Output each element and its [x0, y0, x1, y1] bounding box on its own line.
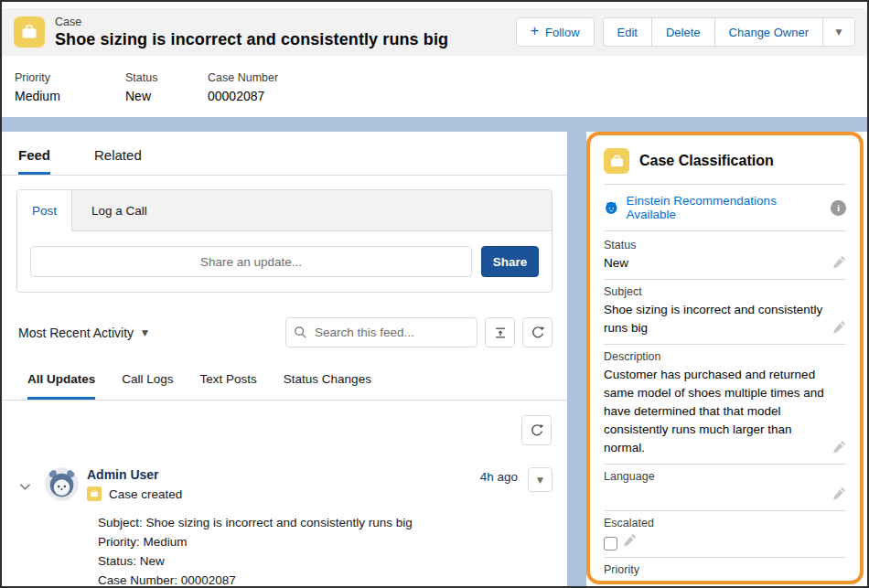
field-value-row: [604, 532, 846, 551]
filter-tab-all-updates[interactable]: All Updates: [27, 372, 95, 400]
follow-button[interactable]: + Follow: [516, 17, 595, 47]
field-label: Priority: [604, 563, 846, 576]
header-titles: Case Shoe sizing is incorrect and consis…: [55, 16, 448, 49]
escalated-checkbox[interactable]: [604, 537, 617, 551]
feed-author-link[interactable]: Admin User: [87, 467, 182, 482]
field-value: Medium: [15, 89, 125, 103]
field-label: Priority: [15, 71, 125, 84]
field-value: New: [604, 254, 827, 273]
panel-field-description: DescriptionCustomer has purchased and re…: [604, 345, 846, 465]
filter-tab-status-changes[interactable]: Status Changes: [284, 372, 371, 400]
search-icon: [294, 326, 307, 343]
page-header: Case Shoe sizing is incorrect and consis…: [2, 8, 867, 56]
feed-timestamp: 4h ago: [480, 470, 518, 484]
field-label: Case Number: [208, 71, 278, 84]
panel-field-status: StatusNew: [604, 233, 846, 280]
header-actions: + Follow EditDeleteChange Owner▼: [516, 17, 855, 47]
chevron-down-icon: ▼: [836, 27, 842, 37]
chevron-down-icon: ▼: [142, 328, 148, 337]
edit-field-button[interactable]: [832, 320, 846, 337]
tabs-divider: [2, 175, 567, 176]
case-mini-icon: [87, 486, 102, 501]
field-label: Status: [604, 239, 846, 251]
refresh-feed-button[interactable]: [522, 317, 553, 347]
share-button[interactable]: Share: [481, 246, 539, 277]
field-value-row: New: [604, 254, 846, 273]
sort-dropdown[interactable]: Most Recent Activity ▼: [18, 326, 148, 340]
refresh-list-button[interactable]: [521, 415, 552, 445]
tab-related[interactable]: Related: [94, 147, 142, 175]
header-field-priority: PriorityMedium: [15, 71, 125, 117]
panel-fields: StatusNewSubjectShoe sizing is incorrect…: [604, 233, 846, 584]
feed-item-menu-button[interactable]: ▼: [528, 467, 553, 492]
case-classification-panel: Case Classification Einstein Recommendat…: [586, 132, 864, 584]
publisher-tab-post[interactable]: Post: [17, 190, 72, 231]
feed-detail-line: Subject: Shoe sizing is incorrect and co…: [98, 513, 553, 532]
panel-title: Case Classification: [639, 153, 774, 169]
case-object-icon: [14, 16, 45, 48]
field-value: 00002087: [208, 89, 278, 103]
edit-pencil-icon: [832, 486, 846, 500]
publisher-tabs: PostLog a Call: [17, 190, 552, 231]
panel-field-priority: PriorityMedium: [604, 558, 846, 584]
background-band: [2, 117, 867, 132]
field-value: [604, 487, 827, 504]
info-icon[interactable]: i: [831, 200, 846, 216]
feed-item-details: Subject: Shoe sizing is incorrect and co…: [98, 513, 553, 586]
search-input[interactable]: [285, 317, 477, 347]
case-page: Case Shoe sizing is incorrect and consis…: [0, 0, 869, 588]
action-button-edit[interactable]: Edit: [603, 17, 651, 47]
collapse-item-chevron-icon[interactable]: [19, 478, 31, 495]
entity-label: Case: [55, 16, 448, 28]
refresh-icon: [530, 423, 544, 438]
field-value-row: Medium: [604, 579, 846, 584]
action-button-delete[interactable]: Delete: [651, 17, 714, 47]
page-title: Shoe sizing is incorrect and consistentl…: [55, 30, 448, 49]
einstein-recommendations-link[interactable]: Einstein Recommendations Available: [627, 194, 824, 221]
refresh-row: [16, 415, 553, 445]
chevron-down-icon: ▼: [537, 476, 543, 485]
field-label: Description: [604, 350, 846, 363]
share-update-input[interactable]: [30, 246, 472, 277]
action-button-group: EditDeleteChange Owner▼: [603, 17, 855, 47]
feed-item-header: Admin User Case created: [87, 467, 182, 501]
field-value-row: [604, 486, 846, 504]
edit-field-button[interactable]: [832, 440, 846, 457]
more-actions-button[interactable]: ▼: [822, 17, 855, 47]
field-value: Customer has purchased and returned same…: [604, 366, 827, 457]
edit-pencil-icon: [832, 440, 846, 454]
edit-field-button[interactable]: [832, 486, 846, 504]
einstein-icon: [604, 200, 619, 216]
feed-controls: Most Recent Activity ▼: [16, 317, 553, 347]
edit-pencil-icon: [832, 320, 846, 334]
header-field-row: PriorityMediumStatusNewCase Number000020…: [2, 56, 867, 117]
edit-pencil-icon: [623, 533, 637, 547]
filter-tab-call-logs[interactable]: Call Logs: [122, 372, 173, 400]
collapse-all-button[interactable]: [485, 317, 515, 347]
edit-field-button[interactable]: [832, 255, 846, 273]
field-label: Escalated: [604, 517, 846, 529]
feed-card: FeedRelated PostLog a Call Share Most Re…: [2, 132, 567, 586]
feed-action-row: Case created: [87, 486, 182, 501]
field-value: New: [125, 89, 208, 103]
panel-header: Case Classification: [604, 145, 846, 184]
feed-detail-line: Status: New: [98, 551, 553, 571]
tab-feed[interactable]: Feed: [18, 147, 50, 175]
avatar[interactable]: [45, 467, 79, 501]
field-label: Subject: [604, 285, 846, 298]
header-field-case-number: Case Number00002087: [208, 71, 278, 117]
field-label: Status: [125, 71, 208, 84]
feed-item-meta: 4h ago ▼: [480, 467, 553, 492]
header-field-status: StatusNew: [125, 71, 208, 117]
feed-detail-line: Priority: Medium: [98, 532, 553, 551]
filter-tab-text-posts[interactable]: Text Posts: [200, 372, 257, 400]
publisher-tab-log-a-call[interactable]: Log a Call: [72, 190, 166, 230]
publisher-body: Share: [17, 231, 552, 292]
background-strip: [567, 117, 586, 586]
edit-field-button[interactable]: [623, 533, 637, 551]
action-button-change-owner[interactable]: Change Owner: [714, 17, 822, 47]
edit-field-button[interactable]: [832, 580, 846, 584]
panel-field-language: Language: [604, 465, 846, 511]
panel-field-escalated: Escalated: [604, 511, 846, 558]
panel-field-subject: SubjectShoe sizing is incorrect and cons…: [604, 280, 846, 345]
